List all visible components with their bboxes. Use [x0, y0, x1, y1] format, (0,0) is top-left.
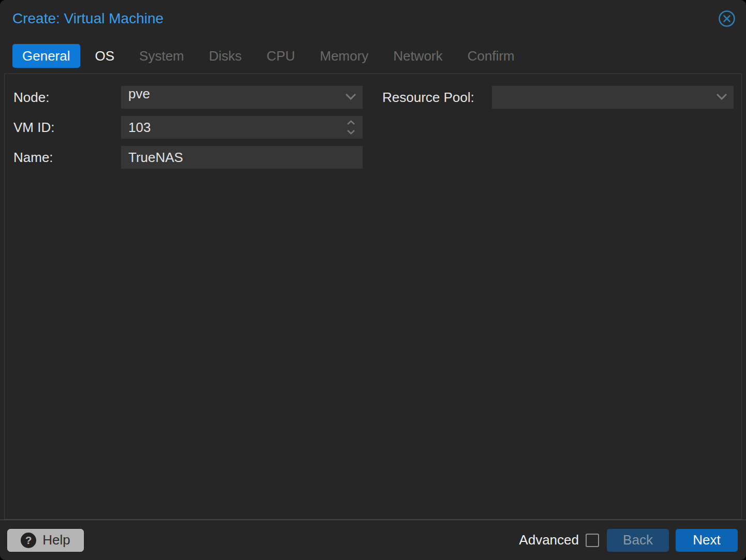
node-value: pve [121, 86, 363, 109]
advanced-checkbox[interactable] [586, 534, 599, 547]
tab-os[interactable]: OS [85, 44, 125, 68]
tab-disks[interactable]: Disks [199, 44, 252, 68]
chevron-up-icon [347, 119, 355, 127]
resource-pool-label: Resource Pool: [382, 90, 492, 106]
general-tab-panel: Node: pve VM ID: [4, 73, 742, 520]
wizard-tabbar: General OS System Disks CPU Memory Netwo… [12, 44, 525, 68]
vm-id-row: VM ID: [13, 116, 363, 139]
tab-network[interactable]: Network [383, 44, 452, 68]
close-button[interactable] [718, 10, 736, 27]
back-button[interactable]: Back [607, 529, 669, 552]
resource-pool-select[interactable] [492, 86, 734, 109]
chevron-down-icon [345, 93, 356, 101]
name-label: Name: [13, 150, 121, 166]
dialog-title: Create: Virtual Machine [12, 10, 163, 27]
name-row: Name: [13, 146, 363, 169]
dialog-footer: ? Help Advanced Back Next [0, 520, 746, 560]
tab-confirm[interactable]: Confirm [458, 44, 525, 68]
tab-memory[interactable]: Memory [310, 44, 378, 68]
name-input[interactable] [121, 146, 363, 169]
node-row: Node: pve [13, 86, 363, 109]
advanced-label: Advanced [519, 532, 579, 548]
close-icon [718, 21, 736, 29]
tab-system[interactable]: System [129, 44, 194, 68]
footer-actions: Advanced Back Next [519, 529, 738, 552]
node-select[interactable]: pve [121, 86, 363, 109]
chevron-down-icon [347, 128, 355, 136]
create-vm-dialog: Create: Virtual Machine General OS Syste… [0, 0, 746, 560]
vm-id-input[interactable] [121, 116, 363, 139]
node-dropdown-trigger[interactable] [339, 86, 363, 109]
name-field[interactable] [121, 146, 363, 169]
vm-id-spinner[interactable] [121, 116, 363, 139]
resource-pool-value [492, 86, 734, 109]
form-right-column: Resource Pool: [382, 86, 734, 116]
help-button[interactable]: ? Help [7, 529, 84, 552]
resource-pool-row: Resource Pool: [382, 86, 734, 109]
resource-pool-dropdown-trigger[interactable] [710, 86, 734, 109]
node-label: Node: [13, 90, 121, 106]
tab-cpu[interactable]: CPU [257, 44, 305, 68]
next-button[interactable]: Next [676, 529, 738, 552]
vm-id-spin-buttons[interactable] [339, 116, 363, 139]
chevron-down-icon [716, 93, 727, 101]
question-mark-icon: ? [21, 533, 36, 548]
tab-general[interactable]: General [12, 44, 80, 68]
vm-id-label: VM ID: [13, 120, 121, 136]
help-button-label: Help [42, 532, 70, 548]
form-left-column: Node: pve VM ID: [13, 86, 363, 176]
